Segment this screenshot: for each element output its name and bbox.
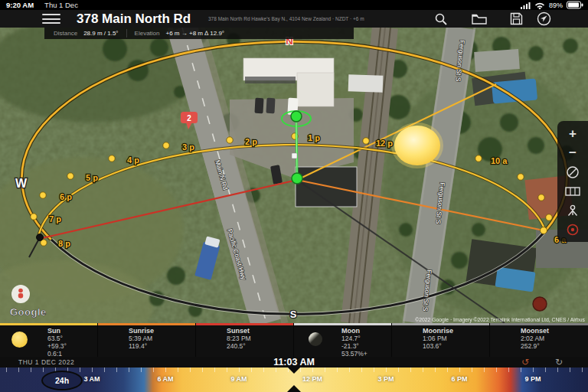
moonrise-azimuth: 103.6° xyxy=(423,342,453,350)
sunset-cell[interactable]: Sunset 8:23 PM 240.5° xyxy=(196,323,293,357)
tick-label-9pm: 9 PM xyxy=(524,375,541,383)
moonset-cell[interactable]: Moonset 2:02 AM 252.9° xyxy=(490,323,588,357)
current-time-cursor-top[interactable] xyxy=(287,367,301,374)
measurement-info-bar: Distance 28.9 m / 1.5° Elevation +6 m → … xyxy=(44,28,354,39)
tick-label-3am: 3 AM xyxy=(83,375,100,383)
sunset-title: Sunset xyxy=(227,327,251,335)
svg-text:1 p: 1 p xyxy=(308,133,320,142)
battery-percent: 89% xyxy=(549,2,563,9)
elevation-label: Elevation xyxy=(135,30,160,37)
tick-label-3pm: 3 PM xyxy=(377,375,394,383)
sun-altitude: +59.3° xyxy=(47,342,67,350)
menu-icon[interactable] xyxy=(42,14,62,24)
sun-title: Sun xyxy=(47,327,67,335)
svg-text:3 p: 3 p xyxy=(182,142,194,152)
measure-midpoint-handle xyxy=(292,153,297,158)
svg-text:6 p: 6 p xyxy=(60,192,72,201)
timeline-mode-button[interactable]: 24h xyxy=(41,371,83,390)
status-bar: 9:20 AM Thu 1 Dec 89% xyxy=(0,0,588,10)
realtime-clock-icon[interactable]: ↻ xyxy=(555,357,563,368)
wifi-icon xyxy=(534,2,545,9)
svg-text:2 p: 2 p xyxy=(245,137,257,146)
cellular-signal-icon xyxy=(521,2,531,9)
current-time-cursor-bottom[interactable] xyxy=(287,385,301,392)
svg-text:5 p: 5 p xyxy=(86,173,98,182)
moon-azimuth: 124.7° xyxy=(341,335,368,342)
sun-cell[interactable]: Sun 63.5° +59.3° 0.6:1 xyxy=(0,323,97,357)
map-copyright: ©2022 Google · Imagery ©2022 Terralink I… xyxy=(415,317,585,323)
locate-arrow-icon[interactable] xyxy=(534,11,554,26)
sun-disc[interactable] xyxy=(391,122,443,168)
moonset-time: 2:02 AM xyxy=(521,335,549,342)
battery-icon xyxy=(567,1,583,9)
status-time: 9:20 AM xyxy=(6,1,34,9)
header-bar: 378 Main North Rd 378 Main North Rd Hawk… xyxy=(0,10,588,28)
search-icon[interactable] xyxy=(431,11,451,26)
compass-mode-icon[interactable] xyxy=(563,165,583,180)
tick-label-12pm: 12 PM xyxy=(302,375,322,383)
sunrise-azimuth: 119.4° xyxy=(129,342,154,350)
sunset-time: 8:23 PM xyxy=(227,335,251,342)
location-subtitle: 378 Main North Rd Hawke's Bay N., 4104 N… xyxy=(208,16,364,21)
moonrise-title: Moonrise xyxy=(423,327,453,335)
svg-text:12 p: 12 p xyxy=(376,139,393,148)
sunset-point-dot xyxy=(37,234,44,241)
moon-icon xyxy=(309,332,322,346)
save-icon[interactable] xyxy=(506,11,526,26)
sun-surveyor-app: 9:20 AM Thu 1 Dec 89% 378 Main North Rd … xyxy=(0,0,588,392)
sunrise-time: 5:39 AM xyxy=(129,335,154,342)
sunset-azimuth: 240.5° xyxy=(227,342,251,350)
tick-label-6pm: 6 PM xyxy=(451,375,467,383)
pegman-button[interactable] xyxy=(11,285,30,303)
moon-cell[interactable]: Moon 124.7° -21.3° 53.57%+ xyxy=(294,323,391,357)
svg-text:4 p: 4 p xyxy=(127,155,139,165)
zoom-out-button[interactable]: − xyxy=(563,145,583,161)
svg-text:2: 2 xyxy=(187,114,191,122)
ephemeris-panel: Sun 63.5° +59.3° 0.6:1 Sunrise 5:39 AM 1… xyxy=(0,323,588,357)
elevation-value: +6 m → +8 m ∆ 12.9° xyxy=(166,30,225,37)
moonset-title: Moonset xyxy=(521,327,549,335)
selected-time: 11:03 AM xyxy=(273,357,315,368)
selected-date: THU 1 DEC 2022 xyxy=(18,358,74,366)
datetime-bar: THU 1 DEC 2022 11:03 AM ↺ ↻ xyxy=(0,357,588,368)
map-canvas[interactable]: 8 p 7 p 6 p 5 p 4 p 3 p 2 p 1 p 12 p 10 … xyxy=(0,28,588,323)
moonset-azimuth: 252.9° xyxy=(521,342,549,350)
record-target-icon[interactable] xyxy=(563,222,583,237)
streetview-strip-icon[interactable] xyxy=(563,184,583,199)
moonrise-time: 1:06 PM xyxy=(423,335,453,342)
moonrise-cell[interactable]: Moonrise 1:06 PM 103.6° xyxy=(392,323,489,357)
zoom-in-button[interactable]: + xyxy=(563,126,583,142)
distance-value: 28.9 m / 1.5° xyxy=(83,30,118,37)
sunrise-title: Sunrise xyxy=(129,327,154,335)
compass-south-label: S xyxy=(290,309,297,320)
observer-marker xyxy=(292,173,302,184)
svg-text:8 p: 8 p xyxy=(58,239,70,248)
svg-text:7 p: 7 p xyxy=(49,214,61,224)
status-date: Thu 1 Dec xyxy=(44,1,78,9)
google-logo: Google xyxy=(10,306,47,318)
page-title: 378 Main North Rd xyxy=(77,10,191,28)
sun-icon xyxy=(11,332,28,348)
open-folder-icon[interactable] xyxy=(469,11,489,26)
distance-label: Distance xyxy=(54,30,77,37)
moon-altitude: -21.3° xyxy=(341,342,368,350)
map-marker-red[interactable] xyxy=(533,297,547,311)
target-marker xyxy=(291,111,302,122)
compass-west-label: W xyxy=(15,177,28,190)
tick-label-6am: 6 AM xyxy=(157,375,173,383)
sunrise-cell[interactable]: Sunrise 5:39 AM 119.4° xyxy=(98,323,195,357)
sun-azimuth: 63.5° xyxy=(47,335,67,342)
svg-text:10 a: 10 a xyxy=(491,156,508,165)
tick-label-9am: 9 AM xyxy=(230,375,247,383)
map-toolbar: + − xyxy=(557,121,588,242)
tripod-ar-icon[interactable] xyxy=(563,203,583,218)
moon-title: Moon xyxy=(341,327,368,335)
reset-time-icon[interactable]: ↺ xyxy=(521,357,529,368)
